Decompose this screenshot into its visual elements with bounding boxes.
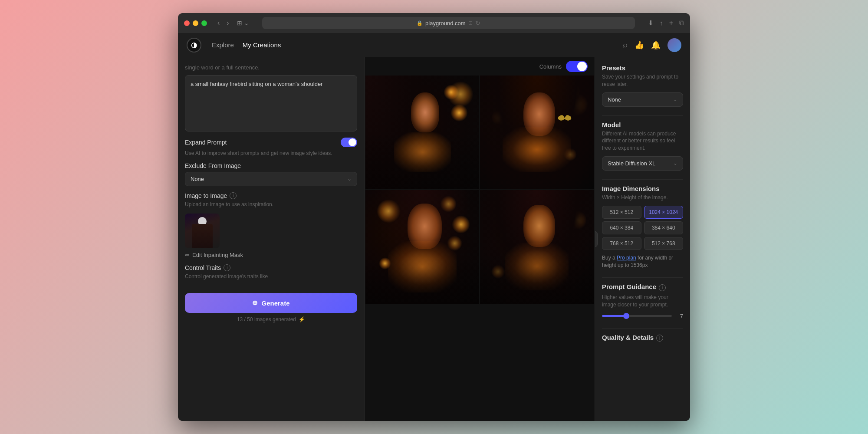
search-icon[interactable]: ⌕ xyxy=(623,40,628,49)
divider-4 xyxy=(602,328,683,329)
model-arrow-icon: ⌄ xyxy=(673,160,677,166)
expand-prompt-label: Expand Prompt xyxy=(185,139,227,146)
thumbs-up-icon[interactable]: 👍 xyxy=(635,40,644,50)
tab-icon: ⊞ ⌄ xyxy=(237,20,249,26)
columns-label: Columns xyxy=(539,63,562,70)
control-traits-header: Control Traits i xyxy=(185,264,357,271)
bell-icon[interactable]: 🔔 xyxy=(651,40,661,50)
grid-image-1[interactable] xyxy=(365,76,479,189)
divider-2 xyxy=(602,179,683,180)
pro-plan-link[interactable]: Pro plan xyxy=(617,255,636,261)
pro-text-1: Buy a xyxy=(602,255,617,261)
reload-icon[interactable]: ↻ xyxy=(475,20,480,26)
browser-window: ‹ › ⊞ ⌄ 🔒 playground.com ⊡ ↻ ⬇ ↑ + ⧉ ◑ E… xyxy=(178,13,690,421)
divider-1 xyxy=(602,115,683,116)
maximize-button[interactable] xyxy=(201,20,207,26)
model-section: Model Different AI models can produce di… xyxy=(602,121,683,171)
exclude-dropdown[interactable]: None ⌄ xyxy=(185,172,357,186)
quality-title: Quality & Details xyxy=(602,334,654,341)
forward-button[interactable]: › xyxy=(225,18,230,28)
presets-select[interactable]: None ⌄ xyxy=(602,92,683,107)
image-to-image-section: Image to Image i Upload an image to use … xyxy=(185,192,357,258)
slider-fill xyxy=(602,315,626,317)
model-select[interactable]: Stable Diffusion XL ⌄ xyxy=(602,156,683,171)
butterfly xyxy=(558,115,571,124)
dim-512x768[interactable]: 512 × 768 xyxy=(644,237,684,250)
quality-info-icon[interactable]: i xyxy=(656,335,663,342)
nav-explore[interactable]: Explore xyxy=(212,39,234,50)
hint-text: single word or a full sentence. xyxy=(185,64,357,71)
toggle-thumb xyxy=(349,138,356,146)
expand-prompt-toggle[interactable] xyxy=(341,138,357,147)
expand-prompt-row: Expand Prompt xyxy=(185,138,357,147)
body-glow xyxy=(503,127,571,172)
app: ◑ Explore My Creations ⌕ 👍 🔔 single word… xyxy=(178,33,690,421)
fantasy-img-2 xyxy=(480,76,594,189)
dim-640x384[interactable]: 640 × 384 xyxy=(602,221,641,234)
dropdown-arrow-icon: ⌄ xyxy=(347,176,352,182)
quality-section: Quality & Details i xyxy=(602,334,683,343)
back-button[interactable]: ‹ xyxy=(216,18,221,28)
dimensions-section: Image Dimensions Width × Height of the i… xyxy=(602,185,683,269)
image-grid xyxy=(365,76,595,305)
browser-nav: ‹ › xyxy=(216,18,231,28)
guidance-section: Prompt Guidance i Higher values will mak… xyxy=(602,283,683,319)
exclude-value: None xyxy=(191,176,204,182)
control-traits-label: Control Traits xyxy=(185,264,221,271)
dimensions-desc: Width × Height of the image. xyxy=(602,194,683,201)
bottom-fade xyxy=(365,190,479,304)
columns-toggle[interactable] xyxy=(566,61,588,72)
upload-icon[interactable]: ↑ xyxy=(660,19,663,27)
nav-my-creations[interactable]: My Creations xyxy=(243,39,281,50)
quality-header: Quality & Details i xyxy=(602,334,683,343)
img2img-info-icon[interactable]: i xyxy=(230,192,237,199)
image-grid-container: Columns xyxy=(365,57,595,421)
guidance-title: Prompt Guidance xyxy=(602,283,656,290)
dim-1024x1024[interactable]: 1024 × 1024 xyxy=(644,206,684,219)
control-traits-info-icon[interactable]: i xyxy=(224,264,230,271)
control-traits-desc: Control generated image's traits like xyxy=(185,273,357,280)
divider-3 xyxy=(602,277,683,278)
grid-image-2[interactable] xyxy=(480,76,594,189)
img2img-header: Image to Image i xyxy=(185,192,357,199)
presets-value: None xyxy=(608,96,621,103)
pro-link-text: Buy a Pro plan for any width or height u… xyxy=(602,254,683,269)
model-title: Model xyxy=(602,121,683,128)
img2img-desc: Upload an image to use as inspiration. xyxy=(185,201,357,208)
panel-toggle-button[interactable]: › xyxy=(595,231,598,247)
browser-actions: ⬇ ↑ + ⧉ xyxy=(648,19,684,27)
count-icon: ⚡ xyxy=(299,316,305,322)
address-bar[interactable]: 🔒 playground.com ⊡ ↻ xyxy=(262,17,635,29)
presets-title: Presets xyxy=(602,64,683,72)
download-icon[interactable]: ⬇ xyxy=(648,19,654,27)
img2img-preview-inner xyxy=(185,214,220,248)
avatar[interactable] xyxy=(667,38,681,52)
tabs-icon[interactable]: ⧉ xyxy=(679,19,684,27)
guidance-info-icon[interactable]: i xyxy=(659,284,666,291)
dimensions-title: Image Dimensions xyxy=(602,185,683,192)
generate-button[interactable]: ⊕ Generate xyxy=(185,293,357,313)
guidance-slider-row: 7 xyxy=(602,313,683,319)
dim-512x512[interactable]: 512 × 512 xyxy=(602,206,641,219)
guidance-desc: Higher values will make your image close… xyxy=(602,294,683,309)
topnav: ◑ Explore My Creations ⌕ 👍 🔔 xyxy=(178,33,690,57)
generate-plus-icon: ⊕ xyxy=(252,299,258,307)
guidance-slider[interactable] xyxy=(602,315,672,317)
grid-image-4[interactable] xyxy=(480,190,594,304)
dim-768x512[interactable]: 768 × 512 xyxy=(602,237,641,250)
new-tab-icon[interactable]: + xyxy=(669,19,673,27)
minimize-button[interactable] xyxy=(193,20,198,26)
fantasy-img-4 xyxy=(480,190,594,304)
left-panel: single word or a full sentence. a small … xyxy=(178,57,365,421)
browser-titlebar: ‹ › ⊞ ⌄ 🔒 playground.com ⊡ ↻ ⬇ ↑ + ⧉ xyxy=(178,13,690,33)
prompt-textarea[interactable]: a small fantasy firebird sitting on a wo… xyxy=(185,75,357,132)
img2img-preview xyxy=(185,214,220,248)
dim-384x640[interactable]: 384 × 640 xyxy=(644,221,684,234)
grid-image-3[interactable] xyxy=(365,190,479,304)
logo[interactable]: ◑ xyxy=(187,38,201,53)
control-traits-section: Control Traits i Control generated image… xyxy=(185,264,357,286)
model-value: Stable Diffusion XL xyxy=(608,160,655,167)
close-button[interactable] xyxy=(184,20,190,26)
edit-mask-button[interactable]: ✏ Edit Inpainting Mask xyxy=(185,252,357,258)
slider-thumb[interactable] xyxy=(623,313,629,319)
